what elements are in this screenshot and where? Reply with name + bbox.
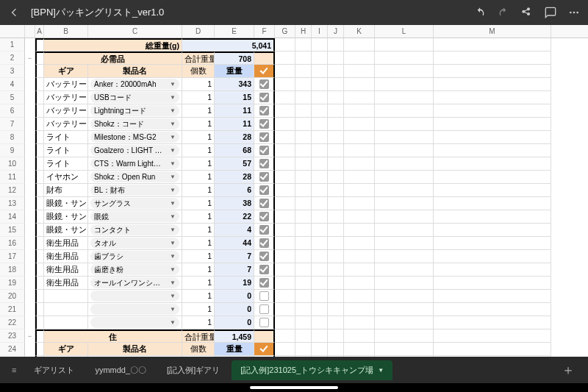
sheet-tab[interactable]: [記入例]231025_トウシキキャンプ場▼: [232, 360, 392, 380]
column-headers: A B C D E F G H I J K L M: [0, 25, 588, 38]
product-dropdown[interactable]: 眼鏡▼: [90, 211, 179, 222]
include-checkbox[interactable]: [259, 159, 269, 168]
share-icon[interactable]: [520, 6, 534, 19]
product-dropdown[interactable]: 歯ブラシ▼: [90, 251, 179, 262]
include-checkbox[interactable]: [259, 119, 269, 129]
include-checkbox[interactable]: [259, 132, 269, 142]
product-dropdown[interactable]: サングラス▼: [90, 198, 179, 209]
product-dropdown[interactable]: Shokz：コード▼: [90, 118, 179, 129]
include-checkbox[interactable]: [259, 238, 269, 248]
more-icon[interactable]: [567, 6, 581, 19]
include-checkbox[interactable]: [259, 265, 269, 274]
collapse-gutter: −−: [25, 38, 35, 357]
topbar: [BPN]パッキングリスト_ver1.0: [0, 0, 588, 25]
grid[interactable]: 総重量(g)5,041必需品合計重量708ギア製品名個数重量バッテリーAnker…: [35, 38, 588, 357]
sheet-tab[interactable]: [記入例]ギアリ: [158, 360, 229, 380]
product-dropdown[interactable]: Milestone：MS-G2▼: [90, 132, 179, 143]
include-checkbox[interactable]: [259, 225, 269, 235]
include-checkbox[interactable]: [259, 291, 269, 301]
product-dropdown[interactable]: ▼: [90, 317, 179, 328]
product-dropdown[interactable]: Goalzero：LIGHT …▼: [90, 145, 179, 156]
doc-title: [BPN]パッキングリスト_ver1.0: [31, 6, 463, 19]
sheet-area[interactable]: A B C D E F G H I J K L M 12345678910111…: [0, 25, 588, 357]
product-dropdown[interactable]: BL：財布▼: [90, 185, 179, 196]
product-dropdown[interactable]: ▼: [90, 291, 179, 302]
sheet-tab[interactable]: yymmdd_〇〇: [86, 360, 155, 380]
sheet-tab[interactable]: ギアリスト: [25, 360, 83, 380]
svg-point-0: [570, 12, 572, 14]
svg-point-1: [573, 12, 576, 14]
include-checkbox[interactable]: [259, 278, 269, 288]
product-dropdown[interactable]: Lightningコード▼: [90, 105, 179, 116]
product-dropdown[interactable]: 歯磨き粉▼: [90, 264, 179, 275]
include-checkbox[interactable]: [259, 79, 269, 89]
include-checkbox[interactable]: [259, 93, 269, 102]
include-checkbox[interactable]: [259, 212, 269, 221]
include-checkbox[interactable]: [259, 185, 269, 195]
include-checkbox[interactable]: [259, 146, 269, 155]
tabs-menu-icon[interactable]: ≡: [6, 366, 22, 374]
product-dropdown[interactable]: コンタクト▼: [90, 224, 179, 235]
product-dropdown[interactable]: Anker：20000mAh▼: [90, 79, 179, 90]
product-dropdown[interactable]: タオル▼: [90, 238, 179, 249]
redo-icon[interactable]: [497, 6, 510, 19]
include-checkbox[interactable]: [259, 252, 269, 261]
add-sheet-icon[interactable]: ＋: [554, 361, 582, 379]
product-dropdown[interactable]: Shokz：Open Run▼: [90, 171, 179, 182]
undo-icon[interactable]: [473, 6, 487, 19]
product-dropdown[interactable]: ▼: [90, 304, 179, 315]
product-dropdown[interactable]: オールインワンシ…▼: [90, 277, 179, 288]
include-checkbox[interactable]: [259, 318, 269, 327]
row-numbers: 1234567891011121314151617181920212223242…: [0, 38, 25, 357]
include-checkbox[interactable]: [259, 106, 269, 115]
include-checkbox[interactable]: [259, 199, 269, 208]
product-dropdown[interactable]: CTS：Warm Light…▼: [90, 158, 179, 169]
comment-icon[interactable]: [544, 6, 557, 19]
back-icon[interactable]: [7, 6, 21, 19]
include-checkbox[interactable]: [259, 172, 269, 182]
svg-point-2: [576, 12, 578, 14]
home-indicator: [0, 383, 588, 392]
sheet-tabs: ≡ ギアリストyymmdd_〇〇[記入例]ギアリ[記入例]231025_トウシキ…: [0, 357, 588, 383]
product-dropdown[interactable]: USBコード▼: [90, 92, 179, 103]
include-checkbox[interactable]: [259, 304, 269, 314]
